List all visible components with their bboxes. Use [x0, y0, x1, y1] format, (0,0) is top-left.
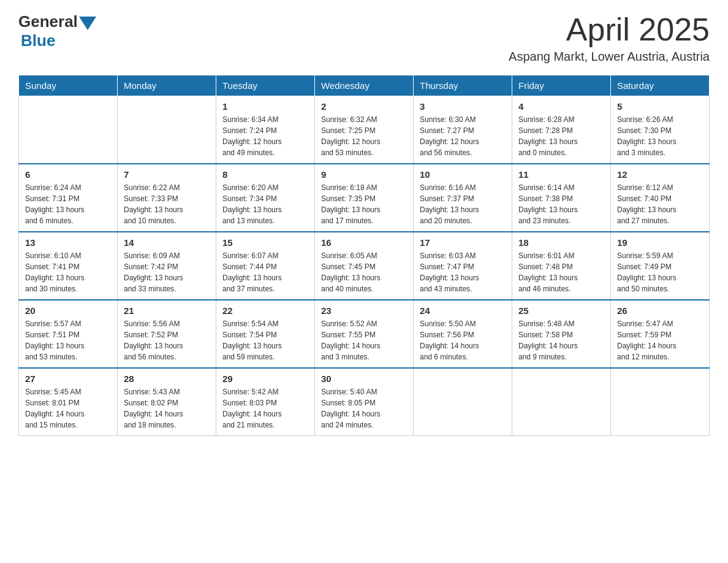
calendar-cell: 15Sunrise: 6:07 AM Sunset: 7:44 PM Dayli… [216, 232, 315, 300]
day-number: 2 [321, 101, 407, 112]
logo-general-text: General [18, 12, 78, 31]
calendar-week-row: 20Sunrise: 5:57 AM Sunset: 7:51 PM Dayli… [19, 300, 710, 368]
calendar-weekday-tuesday: Tuesday [216, 75, 315, 96]
calendar-cell: 16Sunrise: 6:05 AM Sunset: 7:45 PM Dayli… [315, 232, 414, 300]
calendar-week-row: 1Sunrise: 6:34 AM Sunset: 7:24 PM Daylig… [19, 96, 710, 164]
day-number: 30 [321, 373, 407, 384]
calendar-cell [512, 368, 611, 436]
day-number: 3 [420, 101, 506, 112]
calendar-cell: 23Sunrise: 5:52 AM Sunset: 7:55 PM Dayli… [315, 300, 414, 368]
calendar-cell: 30Sunrise: 5:40 AM Sunset: 8:05 PM Dayli… [315, 368, 414, 436]
day-number: 1 [222, 101, 308, 112]
calendar-cell: 22Sunrise: 5:54 AM Sunset: 7:54 PM Dayli… [216, 300, 315, 368]
calendar-cell: 13Sunrise: 6:10 AM Sunset: 7:41 PM Dayli… [19, 232, 118, 300]
calendar-cell: 11Sunrise: 6:14 AM Sunset: 7:38 PM Dayli… [512, 164, 611, 232]
day-info: Sunrise: 6:24 AM Sunset: 7:31 PM Dayligh… [25, 182, 111, 226]
day-info: Sunrise: 6:10 AM Sunset: 7:41 PM Dayligh… [25, 250, 111, 294]
day-info: Sunrise: 5:54 AM Sunset: 7:54 PM Dayligh… [222, 318, 308, 362]
calendar-table: SundayMondayTuesdayWednesdayThursdayFrid… [18, 75, 710, 436]
day-number: 15 [222, 237, 308, 248]
calendar-cell: 25Sunrise: 5:48 AM Sunset: 7:58 PM Dayli… [512, 300, 611, 368]
day-info: Sunrise: 6:05 AM Sunset: 7:45 PM Dayligh… [321, 250, 407, 294]
calendar-cell: 17Sunrise: 6:03 AM Sunset: 7:47 PM Dayli… [414, 232, 512, 300]
day-info: Sunrise: 6:14 AM Sunset: 7:38 PM Dayligh… [518, 182, 604, 226]
day-info: Sunrise: 5:48 AM Sunset: 7:58 PM Dayligh… [518, 318, 604, 362]
calendar-cell: 18Sunrise: 6:01 AM Sunset: 7:48 PM Dayli… [512, 232, 611, 300]
page-header: General Blue April 2025 Aspang Markt, Lo… [18, 12, 710, 64]
calendar-cell [19, 96, 118, 164]
calendar-cell: 19Sunrise: 5:59 AM Sunset: 7:49 PM Dayli… [611, 232, 710, 300]
calendar-weekday-friday: Friday [512, 75, 611, 96]
day-number: 24 [420, 305, 506, 316]
calendar-cell [611, 368, 710, 436]
day-info: Sunrise: 5:47 AM Sunset: 7:59 PM Dayligh… [617, 318, 703, 362]
day-number: 25 [518, 305, 604, 316]
calendar-cell: 2Sunrise: 6:32 AM Sunset: 7:25 PM Daylig… [315, 96, 414, 164]
day-number: 10 [420, 169, 506, 180]
day-info: Sunrise: 5:40 AM Sunset: 8:05 PM Dayligh… [321, 386, 407, 431]
day-number: 28 [124, 373, 210, 384]
logo-triangle-icon [79, 17, 96, 30]
day-info: Sunrise: 5:42 AM Sunset: 8:03 PM Dayligh… [222, 386, 308, 431]
calendar-cell: 10Sunrise: 6:16 AM Sunset: 7:37 PM Dayli… [414, 164, 512, 232]
calendar-weekday-monday: Monday [118, 75, 216, 96]
calendar-weekday-wednesday: Wednesday [315, 75, 414, 96]
day-number: 16 [321, 237, 407, 248]
logo: General Blue [18, 12, 96, 50]
logo-blue-text: Blue [21, 31, 55, 50]
day-info: Sunrise: 6:34 AM Sunset: 7:24 PM Dayligh… [222, 114, 308, 158]
calendar-cell: 4Sunrise: 6:28 AM Sunset: 7:28 PM Daylig… [512, 96, 611, 164]
month-title: April 2025 [509, 12, 710, 47]
calendar-cell: 27Sunrise: 5:45 AM Sunset: 8:01 PM Dayli… [19, 368, 118, 436]
day-number: 21 [124, 305, 210, 316]
calendar-cell: 3Sunrise: 6:30 AM Sunset: 7:27 PM Daylig… [414, 96, 512, 164]
calendar-cell: 14Sunrise: 6:09 AM Sunset: 7:42 PM Dayli… [118, 232, 216, 300]
day-number: 14 [124, 237, 210, 248]
day-info: Sunrise: 5:59 AM Sunset: 7:49 PM Dayligh… [617, 250, 703, 294]
day-info: Sunrise: 6:26 AM Sunset: 7:30 PM Dayligh… [617, 114, 703, 158]
day-number: 9 [321, 169, 407, 180]
calendar-cell [118, 96, 216, 164]
day-number: 6 [25, 169, 111, 180]
day-number: 29 [222, 373, 308, 384]
day-number: 20 [25, 305, 111, 316]
calendar-cell: 28Sunrise: 5:43 AM Sunset: 8:02 PM Dayli… [118, 368, 216, 436]
day-info: Sunrise: 6:30 AM Sunset: 7:27 PM Dayligh… [420, 114, 506, 158]
day-info: Sunrise: 5:57 AM Sunset: 7:51 PM Dayligh… [25, 318, 111, 362]
calendar-week-row: 6Sunrise: 6:24 AM Sunset: 7:31 PM Daylig… [19, 164, 710, 232]
day-info: Sunrise: 6:20 AM Sunset: 7:34 PM Dayligh… [222, 182, 308, 226]
day-number: 11 [518, 169, 604, 180]
day-info: Sunrise: 6:32 AM Sunset: 7:25 PM Dayligh… [321, 114, 407, 158]
day-info: Sunrise: 5:43 AM Sunset: 8:02 PM Dayligh… [124, 386, 210, 431]
day-number: 18 [518, 237, 604, 248]
day-info: Sunrise: 5:52 AM Sunset: 7:55 PM Dayligh… [321, 318, 407, 362]
day-info: Sunrise: 6:03 AM Sunset: 7:47 PM Dayligh… [420, 250, 506, 294]
calendar-cell: 12Sunrise: 6:12 AM Sunset: 7:40 PM Dayli… [611, 164, 710, 232]
calendar-cell: 1Sunrise: 6:34 AM Sunset: 7:24 PM Daylig… [216, 96, 315, 164]
day-info: Sunrise: 5:50 AM Sunset: 7:56 PM Dayligh… [420, 318, 506, 362]
calendar-cell: 29Sunrise: 5:42 AM Sunset: 8:03 PM Dayli… [216, 368, 315, 436]
calendar-cell: 8Sunrise: 6:20 AM Sunset: 7:34 PM Daylig… [216, 164, 315, 232]
calendar-week-row: 13Sunrise: 6:10 AM Sunset: 7:41 PM Dayli… [19, 232, 710, 300]
day-info: Sunrise: 5:56 AM Sunset: 7:52 PM Dayligh… [124, 318, 210, 362]
day-number: 27 [25, 373, 111, 384]
calendar-cell [414, 368, 512, 436]
day-number: 22 [222, 305, 308, 316]
day-info: Sunrise: 6:01 AM Sunset: 7:48 PM Dayligh… [518, 250, 604, 294]
day-number: 23 [321, 305, 407, 316]
day-info: Sunrise: 6:12 AM Sunset: 7:40 PM Dayligh… [617, 182, 703, 226]
calendar-cell: 24Sunrise: 5:50 AM Sunset: 7:56 PM Dayli… [414, 300, 512, 368]
calendar-cell: 5Sunrise: 6:26 AM Sunset: 7:30 PM Daylig… [611, 96, 710, 164]
location-title: Aspang Markt, Lower Austria, Austria [509, 50, 710, 64]
day-number: 19 [617, 237, 703, 248]
calendar-cell: 26Sunrise: 5:47 AM Sunset: 7:59 PM Dayli… [611, 300, 710, 368]
day-info: Sunrise: 6:22 AM Sunset: 7:33 PM Dayligh… [124, 182, 210, 226]
day-number: 8 [222, 169, 308, 180]
day-info: Sunrise: 5:45 AM Sunset: 8:01 PM Dayligh… [25, 386, 111, 431]
day-number: 17 [420, 237, 506, 248]
day-number: 26 [617, 305, 703, 316]
calendar-weekday-saturday: Saturday [611, 75, 710, 96]
day-info: Sunrise: 6:09 AM Sunset: 7:42 PM Dayligh… [124, 250, 210, 294]
title-section: April 2025 Aspang Markt, Lower Austria, … [509, 12, 710, 64]
calendar-cell: 21Sunrise: 5:56 AM Sunset: 7:52 PM Dayli… [118, 300, 216, 368]
